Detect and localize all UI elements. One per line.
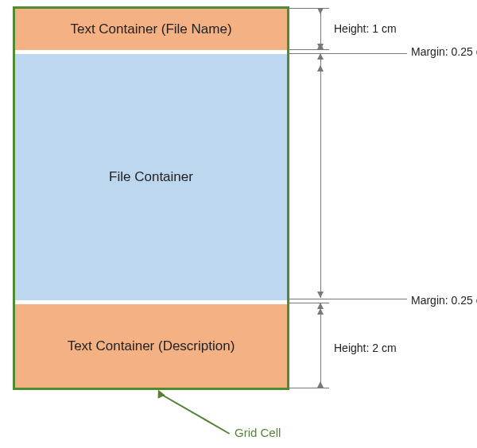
dim-label-height1: Height: 1 cm [334, 22, 397, 35]
grid-cell: Text Container (File Name) File Containe… [13, 6, 289, 390]
text-container-filename: Text Container (File Name) [15, 9, 287, 50]
arrow-icon [317, 292, 324, 298]
dim-label-height2: Height: 2 cm [334, 342, 397, 354]
pointer-line [161, 393, 231, 434]
dim-tick [289, 388, 329, 388]
arrow-icon [317, 8, 324, 14]
file-container-label: File Container [109, 169, 193, 185]
text-container-description: Text Container (Description) [15, 304, 287, 388]
description-label: Text Container (Description) [68, 338, 235, 354]
arrow-icon [317, 53, 324, 60]
arrow-icon [317, 44, 324, 50]
arrow-icon [317, 381, 324, 388]
dim-label-margin-top: Margin: 0.25 cm [411, 45, 477, 58]
dim-label-margin-bottom: Margin: 0.25 cm [411, 294, 477, 307]
dim-tick [289, 299, 407, 299]
dim-line-height2 [320, 315, 321, 388]
filename-label: Text Container (File Name) [70, 21, 231, 37]
dim-line-filebox [320, 65, 321, 298]
file-container: File Container [15, 54, 287, 300]
dim-tick [289, 53, 407, 54]
arrow-icon [317, 308, 324, 315]
arrow-icon [317, 65, 324, 71]
pointer-label-grid-cell: Grid Cell [235, 426, 281, 439]
